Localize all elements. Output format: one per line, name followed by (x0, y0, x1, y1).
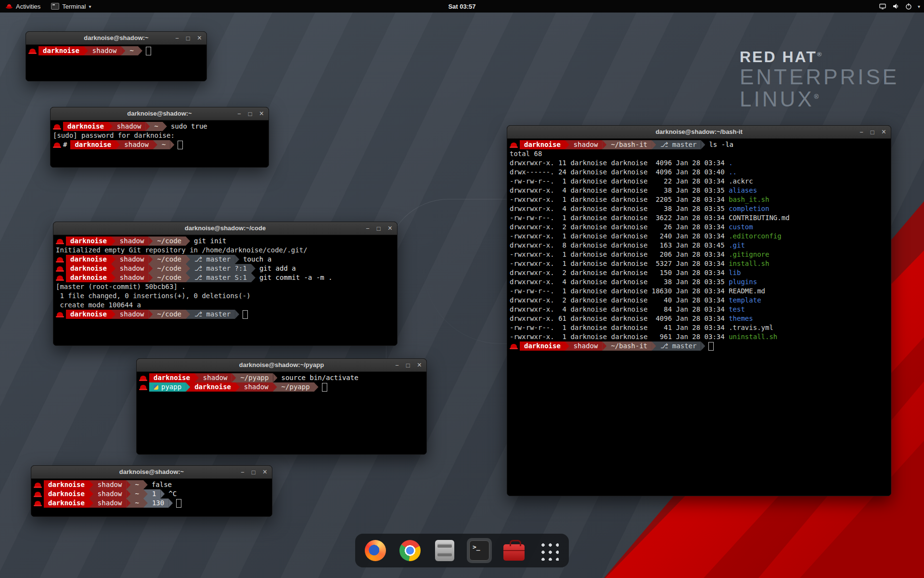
terminal-line: -rw-rw-r--. 1 darknoise darknoise 3622 J… (510, 213, 888, 223)
terminal-window[interactable]: darknoise@shadow:~/bash-it − □ × darknoi… (507, 125, 891, 496)
clock[interactable]: Sat 03:57 (448, 3, 475, 10)
minimize-button[interactable]: − (175, 35, 179, 41)
maximize-button[interactable]: □ (406, 362, 410, 368)
terminal-window[interactable]: darknoise@shadow:~ − □ × darknoiseshadow… (26, 31, 207, 81)
prompt-segment-host: shadow (116, 310, 149, 319)
close-button[interactable]: × (388, 224, 392, 232)
chrome-icon[interactable] (398, 538, 423, 563)
terminal-text: -rw-rw-r--. 1 darknoise darknoise 41 Jan… (510, 323, 729, 332)
minimize-button[interactable]: − (237, 111, 241, 117)
red-toolbox-icon[interactable] (501, 538, 526, 563)
terminal-content[interactable]: darknoiseshadow~/bash-it⎇ masterls -lato… (507, 139, 891, 496)
minimize-button[interactable]: − (366, 225, 370, 232)
terminal-window[interactable]: darknoise@shadow:~/pyapp − □ × darknoise… (136, 358, 427, 455)
firefox-icon[interactable] (363, 538, 388, 563)
maximize-button[interactable]: □ (186, 35, 190, 41)
prompt-segment-user: darknoise (520, 342, 565, 351)
prompt-segment-git: ⎇ master (656, 342, 701, 351)
powerline-arrow-shape (84, 46, 88, 55)
powerline-arrow (652, 342, 656, 351)
terminal-text: source bin/activate (277, 373, 358, 382)
apps-grid-logo (539, 540, 559, 561)
prompt-segment-path: ~/code (153, 273, 186, 282)
file-cabinet-logo (435, 540, 454, 561)
close-button[interactable]: × (197, 34, 202, 42)
powerline-arrow (314, 382, 319, 392)
prompt-segment-path: ~ (130, 489, 143, 499)
powerline-arrow-shape (148, 255, 153, 264)
close-button[interactable]: × (263, 468, 267, 476)
powerline-arrow (168, 499, 173, 508)
powerline-arrow (186, 382, 190, 392)
terminal-line: pyappdarknoiseshadow~/pyapp (139, 382, 424, 392)
terminal-window[interactable]: darknoise@shadow:~ − □ × darknoiseshadow… (50, 107, 269, 168)
terminal-text: CONTRIBUTING.md (729, 213, 789, 223)
files-icon[interactable] (432, 538, 457, 563)
redhat-prompt-icon (57, 257, 63, 262)
terminal-text: test (729, 305, 745, 314)
prompt-segment-host: shadow (93, 489, 127, 499)
terminal-content[interactable]: darknoiseshadow~/pyappsource bin/activat… (137, 372, 426, 455)
maximize-button[interactable]: □ (871, 129, 874, 135)
window-titlebar[interactable]: darknoise@shadow:~ − □ × (26, 32, 206, 45)
dock: >_ (355, 534, 569, 567)
powerline-arrow-shape (231, 373, 236, 382)
terminal-text: drwxrwxr-x. 4 darknoise darknoise 38 Jan… (510, 186, 729, 195)
terminal-text: completion (729, 204, 769, 213)
app-menu[interactable]: Terminal ▾ (46, 0, 96, 13)
powerline-arrow (160, 489, 165, 499)
terminal-icon[interactable]: >_ (467, 538, 492, 563)
window-titlebar[interactable]: darknoise@shadow:~/pyapp − □ × (137, 359, 426, 372)
chevron-down-icon: ▾ (89, 4, 91, 9)
terminal-line: create mode 100644 a (56, 301, 395, 310)
close-button[interactable]: × (417, 361, 422, 369)
terminal-content[interactable]: darknoiseshadow~ (26, 45, 206, 81)
powerline-arrow-shape (111, 273, 116, 282)
terminal-text: -rwxrwxr-x. 1 darknoise darknoise 5327 J… (510, 259, 729, 268)
terminal-text: [sudo] password for darknoise: (53, 131, 179, 140)
powerline-arrow (111, 264, 116, 273)
prompt-segment-host: shadow (93, 499, 127, 508)
redhat-prompt-icon (29, 49, 36, 53)
minimize-button[interactable]: − (241, 469, 244, 475)
powerline-arrow (235, 310, 239, 319)
powerline-arrow-shape (126, 499, 130, 508)
powerline-arrow (143, 489, 148, 499)
maximize-button[interactable]: □ (252, 469, 256, 475)
window-titlebar[interactable]: darknoise@shadow:~/bash-it − □ × (507, 126, 891, 139)
prompt-segment-path: ~/bash-it (606, 342, 652, 351)
window-titlebar[interactable]: darknoise@shadow:~ − □ × (51, 107, 269, 120)
prompt-segment-host: shadow (120, 140, 153, 149)
terminal-line: darknoiseshadow~130 (34, 499, 270, 508)
terminal-content[interactable]: darknoiseshadow~falsedarknoiseshadow~1^C… (31, 479, 272, 517)
window-titlebar[interactable]: darknoise@shadow:~ − □ × (31, 466, 272, 479)
terminal-line: darknoiseshadow~/bash-it⎇ masterls -la (510, 140, 888, 149)
minimize-button[interactable]: − (395, 362, 399, 368)
maximize-button[interactable]: □ (377, 225, 381, 232)
terminal-text: . (729, 158, 732, 168)
terminal-text: -rwxrwxr-x. 1 darknoise darknoise 961 Ja… (510, 332, 729, 342)
close-button[interactable]: × (259, 110, 264, 118)
close-button[interactable]: × (882, 128, 886, 136)
system-status-area[interactable]: ▾ (879, 0, 920, 13)
terminal-window[interactable]: darknoise@shadow:~/code − □ × darknoises… (53, 222, 398, 346)
terminal-window[interactable]: darknoise@shadow:~ − □ × darknoiseshadow… (31, 465, 272, 517)
prompt-segment-user: darknoise (44, 480, 89, 489)
terminal-text: plugins (729, 277, 757, 287)
terminal-text: uninstall.sh (729, 332, 777, 342)
activities-button[interactable]: Activities (0, 0, 46, 13)
show-applications-icon[interactable] (536, 538, 561, 563)
powerline-arrow-shape (652, 342, 656, 351)
redhat-prompt-icon (57, 266, 63, 271)
prompt-segment-host: shadow (569, 342, 603, 351)
powerline-arrow (701, 342, 705, 351)
minimize-button[interactable]: − (860, 129, 863, 135)
redhat-prompt-icon (57, 312, 63, 317)
window-titlebar[interactable]: darknoise@shadow:~/code − □ × (53, 222, 397, 235)
top-bar: Activities Terminal ▾ Sat 03:57 ▾ (0, 0, 924, 13)
maximize-button[interactable]: □ (248, 111, 252, 117)
terminal-content[interactable]: darknoiseshadow~/codegit initInitialized… (53, 235, 397, 346)
terminal-text: [master (root-commit) 50bcb63] . (56, 282, 186, 291)
terminal-content[interactable]: darknoiseshadow~sudo true[sudo] password… (51, 120, 269, 168)
terminal-text: ls -la (705, 140, 733, 149)
